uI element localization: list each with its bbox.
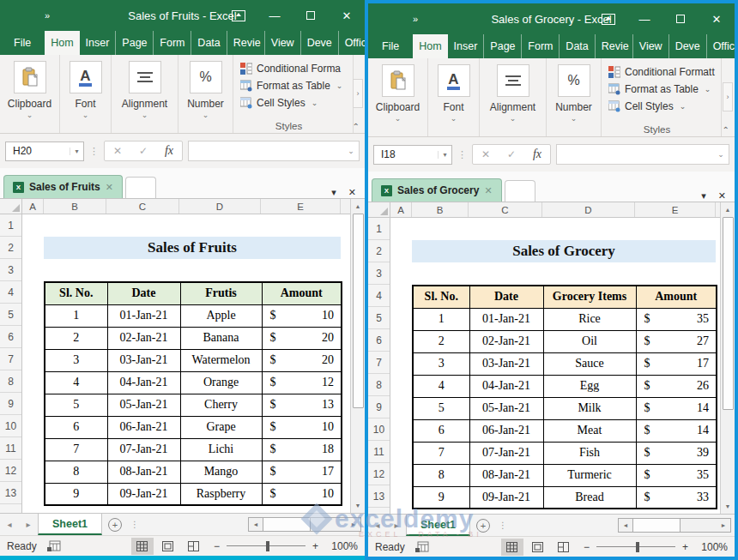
cell-amount[interactable]: $14 [636, 419, 717, 442]
cell-item[interactable]: Raspberry [180, 483, 262, 505]
tab-list-dropdown-icon[interactable]: ▾ [701, 190, 706, 202]
ribbon-tab[interactable]: Data [191, 31, 227, 55]
horizontal-scrollbar[interactable]: ◄ ► [248, 517, 361, 532]
ribbon-tab[interactable]: Form [522, 34, 560, 58]
workbook-tab-close-icon[interactable]: ✕ [106, 182, 113, 193]
zoom-slider-thumb[interactable] [266, 541, 269, 551]
cell-item[interactable]: Turmeric [543, 464, 636, 486]
cell-amount[interactable]: $35 [636, 308, 717, 330]
view-normal-button[interactable] [131, 538, 154, 555]
sheet-nav-right-icon[interactable]: ▸ [387, 515, 406, 536]
cell-styles-button[interactable]: Cell Styles ⌄ [240, 94, 353, 111]
name-box-dropdown-icon[interactable]: ▾ [438, 151, 451, 159]
column-header-e[interactable]: E [635, 202, 716, 217]
cell-date[interactable]: 03-Jan-21 [469, 352, 543, 375]
cell-date[interactable]: 02-Jan-21 [469, 330, 543, 352]
cell-amount[interactable]: $10 [262, 304, 342, 327]
cell-date[interactable]: 08-Jan-21 [469, 464, 543, 486]
ribbon-tab[interactable]: Revie [596, 34, 633, 58]
row-header[interactable]: 12 [368, 463, 390, 485]
cell-date[interactable]: 03-Jan-21 [107, 349, 180, 371]
cell-date[interactable]: 04-Jan-21 [107, 371, 180, 394]
zoom-level[interactable]: 100% [325, 540, 358, 552]
header-amount[interactable]: Amount [636, 286, 717, 308]
font-group[interactable]: A Font ⌄ [428, 58, 480, 136]
cell-item[interactable]: Orange [180, 371, 262, 394]
row-header[interactable]: 5 [0, 304, 21, 326]
header-amount[interactable]: Amount [262, 282, 342, 304]
cell-item[interactable]: Banana [180, 327, 262, 349]
zoom-slider[interactable] [596, 542, 675, 552]
cell-sl-no[interactable]: 6 [413, 419, 469, 442]
name-box[interactable]: H20 ▾ [5, 142, 84, 161]
cell-sl-no[interactable]: 3 [413, 352, 469, 375]
view-page-break-button[interactable] [183, 538, 205, 555]
cell-date[interactable]: 05-Jan-21 [469, 397, 543, 419]
cell-item[interactable]: Cherry [180, 394, 262, 416]
tab-strip-close-icon[interactable]: ✕ [348, 187, 356, 198]
cell-grid[interactable]: Sales of Grocery Sl. No. Date Grocery It… [390, 218, 720, 514]
cell-sl-no[interactable]: 2 [413, 330, 469, 352]
cell-sl-no[interactable]: 6 [45, 416, 107, 438]
row-header[interactable]: 3 [368, 262, 390, 285]
workbook-tab[interactable]: X Sales of Fruits ✕ [3, 175, 123, 198]
row-header[interactable]: 6 [368, 329, 390, 352]
row-header[interactable]: 9 [368, 396, 390, 418]
row-header[interactable]: 11 [0, 437, 21, 460]
header-sl-no[interactable]: Sl. No. [413, 286, 469, 308]
format-as-table-button[interactable]: Format as Table ⌄ [240, 77, 353, 94]
cell-date[interactable]: 08-Jan-21 [107, 461, 180, 483]
cell-sl-no[interactable]: 8 [413, 464, 469, 486]
vertical-scrollbar[interactable]: ▲ ▼ [720, 202, 735, 514]
cell-amount[interactable]: $10 [262, 416, 342, 438]
sheet-nav-left-icon[interactable]: ◂ [368, 515, 387, 536]
enter-icon[interactable]: ✓ [499, 148, 524, 160]
view-page-layout-button[interactable] [527, 539, 549, 556]
minimize-button[interactable]: — [257, 0, 293, 31]
row-header[interactable]: 4 [368, 285, 390, 307]
close-button[interactable]: ✕ [699, 3, 735, 34]
view-page-layout-button[interactable] [157, 538, 179, 555]
scroll-down-icon[interactable]: ▼ [351, 498, 365, 513]
cell-item[interactable]: Watermelon [180, 349, 262, 371]
view-page-break-button[interactable] [553, 539, 575, 556]
conditional-formatting-button[interactable]: Conditional Formatt [608, 63, 721, 81]
cell-amount[interactable]: $35 [636, 464, 717, 486]
horizontal-scroll-thumb[interactable] [632, 519, 681, 532]
alignment-group[interactable]: Alignment ⌄ [112, 55, 178, 133]
header-item[interactable]: Frutis [180, 282, 262, 304]
quick-access-arrows-icon[interactable]: » [413, 14, 419, 24]
formula-input[interactable]: ⌄ [556, 144, 729, 165]
ribbon-display-options-button[interactable] [590, 3, 626, 34]
column-header-b[interactable]: B [412, 202, 469, 217]
scroll-right-icon[interactable]: ► [717, 519, 730, 532]
cell-amount[interactable]: $18 [262, 438, 342, 461]
ribbon-scroll-right-button[interactable]: › [723, 82, 733, 111]
cell-item[interactable]: Lichi [180, 438, 262, 461]
zoom-in-button[interactable]: + [312, 540, 318, 552]
new-workbook-tab[interactable] [505, 180, 535, 202]
ribbon-tab[interactable]: Revie [227, 31, 265, 55]
row-header[interactable]: 9 [0, 393, 21, 415]
cell-amount[interactable]: $33 [636, 486, 717, 509]
column-header-d[interactable]: D [179, 199, 261, 214]
conditional-formatting-button[interactable]: Conditional Forma [240, 60, 353, 77]
cell-amount[interactable]: $12 [262, 371, 342, 394]
ribbon-tab[interactable]: Offic [707, 34, 738, 58]
alignment-group[interactable]: Alignment ⌄ [480, 58, 547, 136]
cell-amount[interactable]: $20 [262, 327, 342, 349]
workbook-tab[interactable]: X Sales of Grocery ✕ [372, 178, 502, 202]
cell-sl-no[interactable]: 2 [45, 327, 107, 349]
cell-amount[interactable]: $14 [636, 397, 717, 419]
zoom-out-button[interactable]: − [214, 540, 220, 552]
row-header[interactable]: 1 [0, 214, 21, 237]
zoom-slider[interactable] [227, 541, 305, 551]
macro-record-icon[interactable] [415, 541, 429, 552]
cell-sl-no[interactable]: 4 [413, 375, 469, 397]
row-header[interactable]: 13 [368, 485, 390, 508]
zoom-in-button[interactable]: + [682, 541, 688, 553]
clipboard-group[interactable]: Clipboard ⌄ [368, 58, 428, 136]
cell-amount[interactable]: $39 [636, 442, 717, 464]
column-header-a[interactable]: A [22, 199, 44, 214]
scroll-left-icon[interactable]: ◄ [619, 519, 632, 532]
